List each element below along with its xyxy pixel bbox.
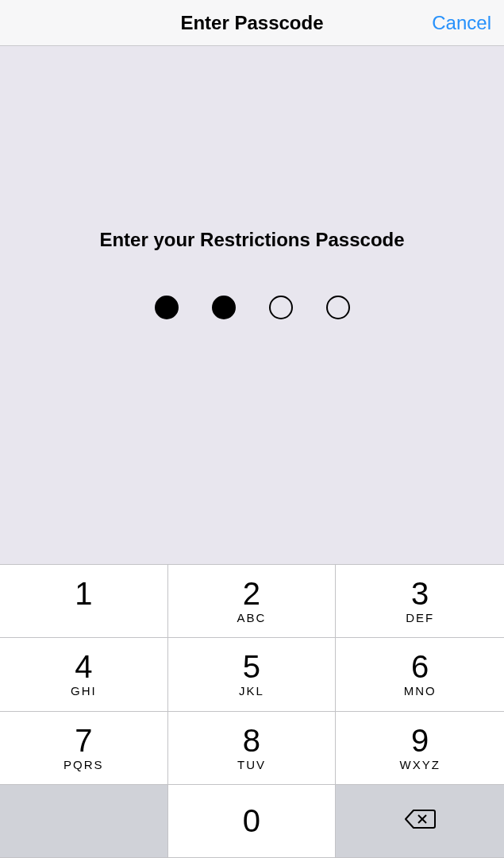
key-5[interactable]: 5 JKL bbox=[168, 638, 337, 711]
key-7[interactable]: 7 PQRS bbox=[0, 712, 168, 785]
passcode-dots bbox=[155, 296, 350, 319]
key-3[interactable]: 3 DEF bbox=[336, 565, 504, 638]
key-0[interactable]: 0 bbox=[168, 785, 337, 858]
prompt-text: Enter your Restrictions Passcode bbox=[99, 229, 404, 251]
key-letters: DEF bbox=[406, 611, 434, 624]
cancel-button[interactable]: Cancel bbox=[432, 12, 491, 34]
key-digit: 8 bbox=[243, 725, 260, 756]
passcode-dot bbox=[326, 296, 350, 319]
key-digit: 3 bbox=[411, 578, 429, 609]
key-digit: 5 bbox=[243, 651, 260, 682]
key-9[interactable]: 9 WXYZ bbox=[336, 712, 504, 785]
key-letters: JKL bbox=[239, 684, 264, 698]
key-letters: PQRS bbox=[63, 758, 104, 771]
passcode-dot bbox=[269, 296, 293, 319]
page-title: Enter Passcode bbox=[180, 12, 323, 34]
key-digit: 2 bbox=[243, 578, 260, 609]
key-digit: 4 bbox=[75, 651, 92, 682]
key-digit: 0 bbox=[243, 805, 260, 837]
key-letters: MNO bbox=[404, 684, 437, 698]
key-6[interactable]: 6 MNO bbox=[336, 638, 504, 711]
key-digit: 9 bbox=[411, 725, 429, 756]
key-delete[interactable] bbox=[336, 785, 504, 858]
number-keypad: 1 2 ABC 3 DEF 4 GHI 5 JKL 6 MNO 7 PQRS 8… bbox=[0, 564, 504, 858]
header-bar: Enter Passcode Cancel bbox=[0, 0, 504, 46]
key-letters: WXYZ bbox=[399, 758, 440, 771]
key-letters: ABC bbox=[237, 611, 267, 624]
backspace-icon bbox=[404, 808, 436, 833]
key-digit: 6 bbox=[411, 651, 429, 682]
key-letters: GHI bbox=[71, 684, 97, 698]
key-8[interactable]: 8 TUV bbox=[168, 712, 337, 785]
passcode-dot bbox=[155, 296, 179, 319]
key-digit: 1 bbox=[75, 578, 92, 609]
passcode-dot bbox=[212, 296, 236, 319]
key-2[interactable]: 2 ABC bbox=[168, 565, 337, 638]
key-1[interactable]: 1 bbox=[0, 565, 168, 638]
key-4[interactable]: 4 GHI bbox=[0, 638, 168, 711]
key-letters: TUV bbox=[237, 758, 266, 771]
key-digit: 7 bbox=[75, 725, 92, 756]
key-blank bbox=[0, 785, 168, 858]
passcode-prompt-area: Enter your Restrictions Passcode bbox=[0, 46, 504, 564]
